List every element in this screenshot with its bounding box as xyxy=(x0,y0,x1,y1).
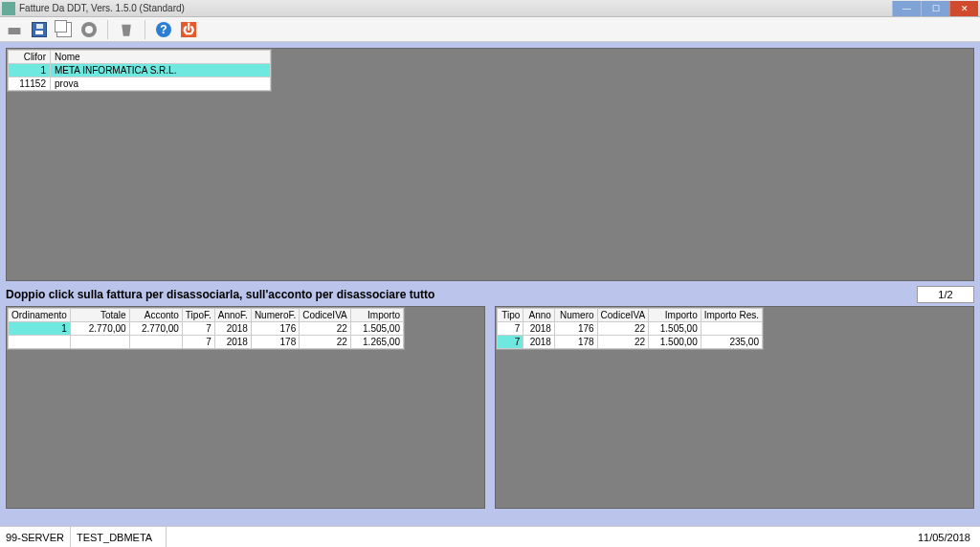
col-header[interactable]: Acconto xyxy=(129,309,182,322)
toolbar: ? ⏻ xyxy=(0,17,980,42)
hint-text: Doppio click sulla fattura per disassoci… xyxy=(6,288,917,301)
delete-button[interactable] xyxy=(116,19,137,40)
col-header[interactable]: Anno xyxy=(523,309,555,322)
col-header[interactable]: Importo xyxy=(649,309,702,322)
col-header[interactable]: Totale xyxy=(70,309,129,322)
maximize-button[interactable]: ☐ xyxy=(921,1,949,16)
table-row[interactable]: 12.770,002.770,0072018176221.505,00 xyxy=(9,322,404,336)
col-header[interactable]: CodiceIVA xyxy=(300,309,351,322)
exit-button[interactable]: ⏻ xyxy=(178,19,199,40)
col-header[interactable]: Importo Res. xyxy=(701,309,762,322)
table-row[interactable]: 72018176221.505,00 xyxy=(498,322,763,336)
col-header[interactable]: TipoF. xyxy=(182,309,214,322)
close-button[interactable]: ✕ xyxy=(949,1,978,16)
invoices-grid[interactable]: OrdinamentoTotaleAccontoTipoF.AnnoF.Nume… xyxy=(7,307,405,350)
col-header[interactable]: Tipo xyxy=(498,309,523,322)
window-controls: — ☐ ✕ xyxy=(892,1,978,16)
window-title: Fatture Da DDT, Vers. 1.5.0 (Standard) xyxy=(19,3,892,13)
trash-icon xyxy=(119,22,134,37)
status-bar: 99-SERVER TEST_DBMETA 11/05/2018 xyxy=(0,526,980,547)
config-button[interactable] xyxy=(78,19,100,40)
col-header[interactable]: NumeroF. xyxy=(251,309,299,322)
left-grid-panel: OrdinamentoTotaleAccontoTipoF.AnnoF.Nume… xyxy=(6,306,485,509)
col-header[interactable]: Importo xyxy=(350,309,403,322)
right-grid-panel: TipoAnnoNumeroCodiceIVAImportoImporto Re… xyxy=(495,306,974,509)
col-header[interactable]: Numero xyxy=(554,309,597,322)
table-row[interactable]: 72018178221.500,00235,00 xyxy=(498,336,763,349)
table-row[interactable]: 11152prova xyxy=(9,77,271,91)
clients-table[interactable]: Clifor Nome 1META INFORMATICA S.R.L.1115… xyxy=(7,49,272,92)
col-header[interactable]: AnnoF. xyxy=(214,309,251,322)
lower-panels: OrdinamentoTotaleAccontoTipoF.AnnoF.Nume… xyxy=(6,306,974,509)
minimize-button[interactable]: — xyxy=(892,1,921,16)
details-grid[interactable]: TipoAnnoNumeroCodiceIVAImportoImporto Re… xyxy=(496,307,764,350)
save-icon xyxy=(32,22,47,37)
mid-row: Doppio click sulla fattura per disassoci… xyxy=(6,285,974,304)
power-icon: ⏻ xyxy=(181,22,196,37)
print-icon xyxy=(7,22,22,37)
gear-icon xyxy=(81,22,97,37)
titlebar: Fatture Da DDT, Vers. 1.5.0 (Standard) —… xyxy=(0,0,980,17)
pager[interactable]: 1/2 xyxy=(917,286,974,303)
status-server: 99-SERVER xyxy=(0,527,71,547)
col-header[interactable]: Ordinamento xyxy=(9,309,71,322)
table-row[interactable]: 72018178221.265,00 xyxy=(9,336,404,349)
clients-panel: Clifor Nome 1META INFORMATICA S.R.L.1115… xyxy=(6,48,974,281)
copy-button[interactable] xyxy=(54,19,75,40)
content-area: Clifor Nome 1META INFORMATICA S.R.L.1115… xyxy=(0,42,980,526)
help-button[interactable]: ? xyxy=(153,19,174,40)
help-icon: ? xyxy=(156,22,171,37)
copy-icon xyxy=(56,22,72,37)
print-button[interactable] xyxy=(4,19,25,40)
save-button[interactable] xyxy=(29,19,50,40)
status-date: 11/05/2018 xyxy=(908,532,980,543)
toolbar-separator xyxy=(107,20,108,39)
app-icon xyxy=(2,2,15,15)
col-header-clifor[interactable]: Clifor xyxy=(9,51,51,64)
status-db: TEST_DBMETA xyxy=(71,527,167,547)
toolbar-separator xyxy=(145,20,145,39)
col-header-nome[interactable]: Nome xyxy=(51,51,271,64)
col-header[interactable]: CodiceIVA xyxy=(597,309,649,322)
table-row[interactable]: 1META INFORMATICA S.R.L. xyxy=(9,64,271,77)
